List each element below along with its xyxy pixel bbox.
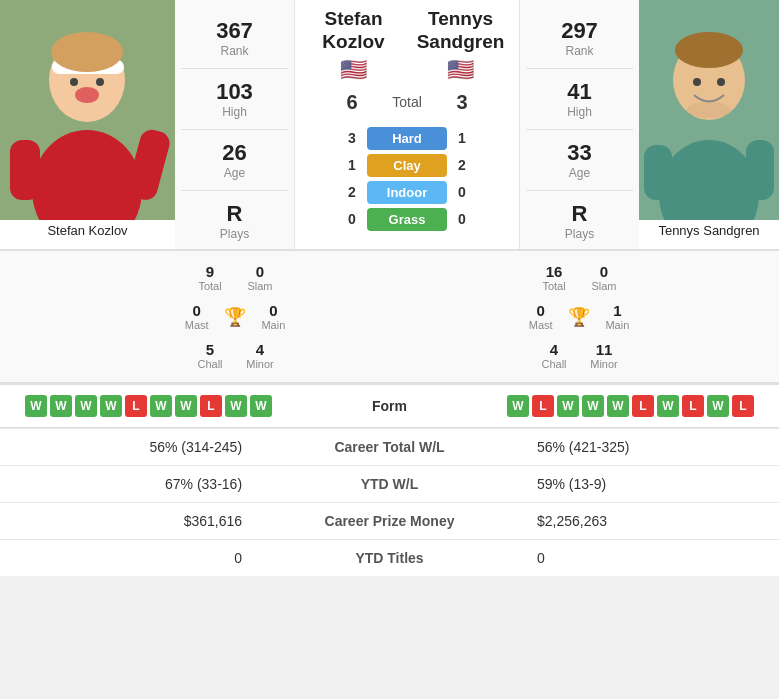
- indoor-left-count: 2: [337, 184, 367, 200]
- surface-hard-row: 3 Hard 1: [295, 127, 519, 150]
- hard-left-count: 3: [337, 130, 367, 146]
- left-rank-stat: 367 Rank: [216, 18, 253, 58]
- form-row: WWWWLWWLWW Form WLWWWLWLWL: [15, 395, 764, 417]
- career-center-label: YTD Titles: [257, 540, 522, 577]
- career-stats-table-section: 56% (314-245) Career Total W/L 56% (421-…: [0, 428, 779, 576]
- left-high-value: 103: [216, 79, 253, 105]
- right-rank-value: 297: [561, 18, 598, 44]
- right-trophy-icon: 🏆: [568, 306, 590, 328]
- left-photo-bg: [0, 0, 175, 220]
- left-plays-stat: R Plays: [220, 201, 249, 241]
- right-plays-value: R: [565, 201, 594, 227]
- right-chall-label: Chall: [529, 358, 579, 370]
- clay-badge: Clay: [367, 154, 447, 177]
- right-main-cell: 1 Main: [605, 302, 629, 331]
- career-stats-row: 9 Total 0 Slam 0 Mast 🏆 0 Main: [0, 251, 779, 384]
- left-minor-value: 4: [235, 341, 285, 358]
- right-photo-spacer: [639, 251, 779, 382]
- svg-point-7: [96, 78, 104, 86]
- career-stat-row: 56% (314-245) Career Total W/L 56% (421-…: [0, 429, 779, 466]
- career-right-val: 59% (13-9): [522, 466, 779, 503]
- right-photo-bg: [639, 0, 779, 220]
- right-slam-value: 0: [579, 263, 629, 280]
- right-player-photo: Tennys Sandgren: [639, 0, 779, 249]
- right-slam-cell: 0 Slam: [579, 263, 629, 292]
- career-stat-row: $361,616 Career Prize Money $2,256,263: [0, 503, 779, 540]
- right-total-cell: 16 Total: [529, 263, 579, 292]
- indoor-right-count: 0: [447, 184, 477, 200]
- career-left-val: 56% (314-245): [0, 429, 257, 466]
- form-label: Form: [360, 398, 420, 414]
- right-form-badges: WLWWWLWLWL: [507, 395, 754, 417]
- grass-badge: Grass: [367, 208, 447, 231]
- left-career-stats: 9 Total 0 Slam 0 Mast 🏆 0 Main: [175, 251, 295, 382]
- career-right-val: $2,256,263: [522, 503, 779, 540]
- left-chall-value: 5: [185, 341, 235, 358]
- form-badge-right: W: [607, 395, 629, 417]
- left-stats-column: 367 Rank 103 High 26 Age R Plays: [175, 0, 295, 249]
- svg-point-5: [75, 87, 99, 103]
- career-stat-row: 67% (33-16) YTD W/L 59% (13-9): [0, 466, 779, 503]
- left-flag: 🇺🇸: [300, 57, 407, 83]
- career-center-label: Career Total W/L: [257, 429, 522, 466]
- right-slam-label: Slam: [579, 280, 629, 292]
- left-mast-cell: 0 Mast: [185, 302, 209, 331]
- left-mast-value: 0: [185, 302, 209, 319]
- left-trophy-row: 0 Mast 🏆 0 Main: [179, 300, 291, 333]
- svg-rect-17: [644, 145, 672, 200]
- right-age-value: 33: [567, 140, 591, 166]
- svg-rect-18: [746, 140, 774, 200]
- right-chall-cell: 4 Chall: [529, 341, 579, 370]
- svg-point-6: [70, 78, 78, 86]
- right-player-name-header: Tennys Sandgren 🇺🇸: [407, 8, 514, 83]
- left-player-photo: Stefan Kozlov: [0, 0, 175, 249]
- left-rank-value: 367: [216, 18, 253, 44]
- form-badge-right: L: [532, 395, 554, 417]
- right-trophy-row: 0 Mast 🏆 1 Main: [523, 300, 635, 333]
- right-player-name-below: Tennys Sandgren: [639, 220, 779, 241]
- form-badge-left: W: [150, 395, 172, 417]
- right-mast-value: 0: [529, 302, 553, 319]
- form-badge-left: W: [175, 395, 197, 417]
- right-first-name: Tennys: [428, 8, 493, 29]
- left-rank-label: Rank: [216, 44, 253, 58]
- left-minor-cell: 4 Minor: [235, 341, 285, 370]
- form-badge-left: W: [250, 395, 272, 417]
- left-total-slam: 9 Total 0 Slam: [179, 259, 291, 296]
- hard-right-count: 1: [447, 130, 477, 146]
- left-chall-minor: 5 Chall 4 Minor: [179, 337, 291, 374]
- career-right-val: 0: [522, 540, 779, 577]
- middle-bottom-spacer: [295, 251, 519, 382]
- form-badge-left: W: [50, 395, 72, 417]
- left-main-cell: 0 Main: [261, 302, 285, 331]
- right-mast-cell: 0 Mast: [529, 302, 553, 331]
- left-last-name: Kozlov: [322, 31, 384, 52]
- form-badge-left: W: [25, 395, 47, 417]
- left-minor-label: Minor: [235, 358, 285, 370]
- form-badge-left: L: [200, 395, 222, 417]
- right-main-label: Main: [605, 319, 629, 331]
- total-right-value: 3: [447, 91, 477, 114]
- right-minor-label: Minor: [579, 358, 629, 370]
- svg-rect-8: [10, 140, 40, 200]
- left-total-value: 9: [185, 263, 235, 280]
- right-last-name: Sandgren: [417, 31, 505, 52]
- left-plays-value: R: [220, 201, 249, 227]
- right-player-name-text: Tennys Sandgren: [658, 223, 759, 238]
- right-plays-stat: R Plays: [565, 201, 594, 241]
- total-label: Total: [367, 94, 447, 110]
- right-high-label: High: [567, 105, 592, 119]
- svg-point-15: [717, 78, 725, 86]
- left-plays-label: Plays: [220, 227, 249, 241]
- left-form-badges: WWWWLWWLWW: [25, 395, 272, 417]
- svg-point-16: [687, 102, 731, 118]
- left-age-value: 26: [222, 140, 246, 166]
- left-main-value: 0: [261, 302, 285, 319]
- form-badge-right: W: [507, 395, 529, 417]
- left-age-label: Age: [222, 166, 246, 180]
- clay-left-count: 1: [337, 157, 367, 173]
- form-badge-right: W: [582, 395, 604, 417]
- right-plays-label: Plays: [565, 227, 594, 241]
- right-chall-value: 4: [529, 341, 579, 358]
- right-stats-column: 297 Rank 41 High 33 Age R Plays: [519, 0, 639, 249]
